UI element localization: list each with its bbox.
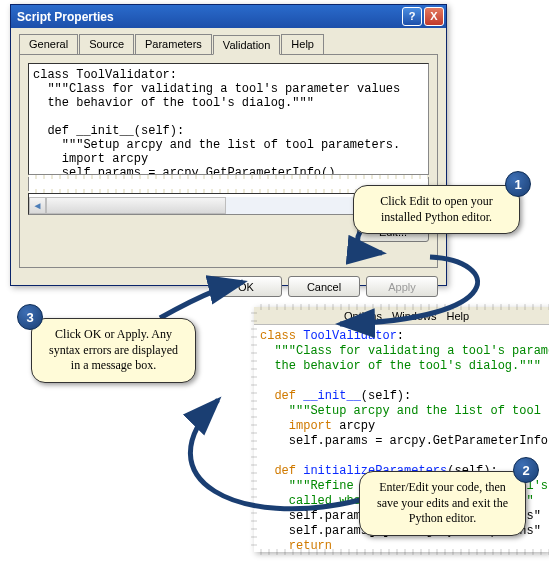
editor-menubar: Options Windows Help <box>254 307 549 325</box>
tab-validation[interactable]: Validation <box>213 35 281 55</box>
close-icon[interactable]: X <box>424 7 444 26</box>
help-icon[interactable]: ? <box>402 7 422 26</box>
script-properties-dialog: Script Properties ? X General Source Par… <box>10 4 447 286</box>
code-kw: return <box>260 539 332 552</box>
tab-general[interactable]: General <box>19 34 78 54</box>
dialog-titlebar[interactable]: Script Properties ? X <box>11 5 446 28</box>
code-str: """Setup arcpy and the list of tool para… <box>260 404 549 418</box>
tab-row: General Source Parameters Validation Hel… <box>19 34 438 55</box>
callout-step-3: Click OK or Apply. Any syntax errors are… <box>31 318 196 383</box>
menu-options[interactable]: Options <box>344 310 382 322</box>
code-fn: __init__ <box>296 389 361 403</box>
scroll-thumb[interactable] <box>46 197 226 214</box>
menu-help[interactable]: Help <box>447 310 470 322</box>
scroll-left-arrow-icon[interactable]: ◄ <box>29 197 46 214</box>
code-kw: import <box>260 419 332 433</box>
code-kw: def <box>260 464 296 478</box>
dialog-title: Script Properties <box>17 10 400 24</box>
code-str: the behavior of the tool's dialog.""" <box>260 359 541 373</box>
code-kw: class <box>260 329 296 343</box>
callout-step-2: Enter/Edit your code, then save your edi… <box>359 471 526 536</box>
code-kw: def <box>260 389 296 403</box>
badge-3: 3 <box>17 304 43 330</box>
ok-button[interactable]: OK <box>210 276 282 297</box>
tab-parameters[interactable]: Parameters <box>135 34 212 54</box>
apply-button[interactable]: Apply <box>366 276 438 297</box>
dialog-body: General Source Parameters Validation Hel… <box>11 28 446 276</box>
code-txt: (self): <box>361 389 411 403</box>
tab-source[interactable]: Source <box>79 34 134 54</box>
code-str: """Class for validating a tool's paramet… <box>260 344 549 358</box>
code-txt: : <box>397 329 404 343</box>
code-cls: ToolValidator <box>296 329 397 343</box>
dialog-button-row: OK Cancel Apply <box>11 276 446 305</box>
callout-step-1: Click Edit to open your installed Python… <box>353 185 520 234</box>
code-txt: self.params = arcpy.GetParameterInfo() <box>260 434 549 448</box>
code-txt: arcpy <box>332 419 375 433</box>
menu-windows[interactable]: Windows <box>392 310 437 322</box>
tab-help[interactable]: Help <box>281 34 324 54</box>
validation-code-preview: class ToolValidator: """Class for valida… <box>28 63 429 175</box>
cancel-button[interactable]: Cancel <box>288 276 360 297</box>
tab-panel-validation: class ToolValidator: """Class for valida… <box>19 54 438 268</box>
badge-1: 1 <box>505 171 531 197</box>
badge-2: 2 <box>513 457 539 483</box>
